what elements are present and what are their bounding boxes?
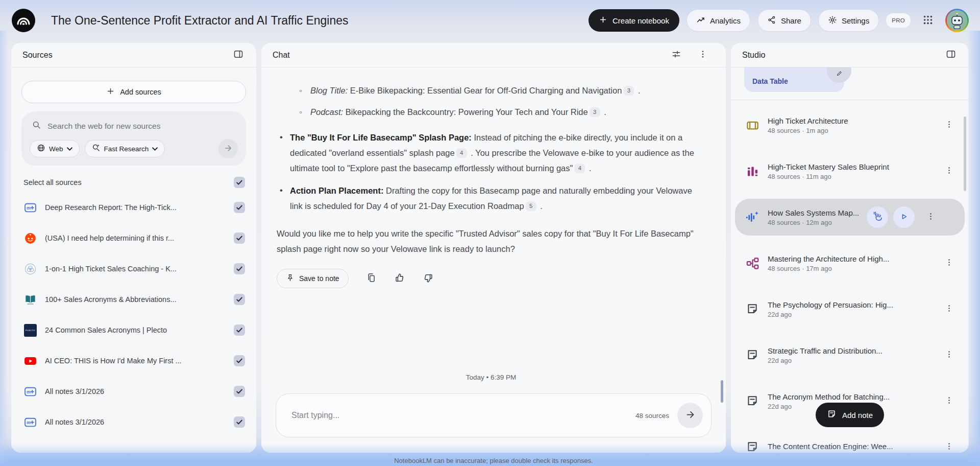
studio-row-menu-button[interactable] [941,115,957,135]
studio-row[interactable]: High Ticket Architecture 48 sources · 1m… [735,102,965,148]
web-favicon-book-icon [23,293,37,306]
note-doc-icon [745,394,760,408]
source-row[interactable]: 1-on-1 High Ticket Sales Coaching - K... [11,253,256,284]
note-doc-icon [745,440,760,453]
source-checkbox[interactable] [234,263,245,274]
user-avatar[interactable] [945,9,969,32]
studio-panel-header: Studio [731,43,969,67]
note-icon: m [23,201,37,214]
citation-chip[interactable]: 4 [574,164,585,173]
apps-grid-button[interactable] [918,10,938,31]
studio-row-menu-button[interactable] [941,437,957,453]
notebook-title[interactable]: The One-Sentence Profit Extractor and AI… [44,14,580,28]
citation-chip[interactable]: 5 [526,201,536,211]
studio-row[interactable]: Strategic Traffic and Distribution... 22… [735,332,965,378]
source-checkbox[interactable] [234,324,245,336]
studio-row-menu-button[interactable] [941,253,957,273]
settings-button[interactable]: Settings [818,9,879,32]
source-checkbox[interactable] [234,386,245,397]
source-row[interactable]: m All notes 3/1/2026 [11,407,256,437]
create-notebook-button[interactable]: Create notebook [589,9,679,32]
copy-button[interactable] [366,272,377,285]
globe-icon [37,144,45,154]
source-row[interactable]: (USA) I need help determining if this r.… [11,223,256,253]
source-title: AI CEO: THIS is How I'd Make My First ..… [45,357,226,365]
gear-icon [828,15,837,26]
citation-chip[interactable]: 3 [590,107,600,117]
kebab-menu-icon [926,212,935,222]
studio-scrollbar-thumb[interactable] [964,116,966,191]
kebab-menu-icon [945,304,953,314]
studio-row-menu-button[interactable] [941,391,957,411]
source-row[interactable]: PLECTO 24 Common Sales Acronyms | Plecto [11,315,256,345]
source-row[interactable]: 100+ Sales Acronyms & Abbreviations... [11,284,256,315]
studio-row[interactable]: Mastering the Architecture of High... 48… [735,240,965,286]
send-button[interactable] [677,403,703,428]
chat-settings-button[interactable] [668,46,685,64]
left-edge-glow [0,31,8,466]
citation-chip[interactable]: 4 [456,148,467,158]
save-to-note-button[interactable]: Save to note [277,269,349,288]
source-checkbox[interactable] [234,294,245,305]
citation-chip[interactable]: 3 [623,86,634,96]
studio-item-meta: 48 sources · 11m ago [768,173,933,180]
source-checkbox[interactable] [234,202,245,213]
create-notebook-label: Create notebook [612,16,669,25]
chat-more-button[interactable] [694,46,712,64]
copy-icon [366,272,377,285]
settings-label: Settings [842,16,869,25]
search-submit-button[interactable] [218,139,238,158]
studio-row[interactable]: High-Ticket Mastery Sales Blueprint 48 s… [735,148,965,194]
chat-bullet: The "Buy It For Life Basecamp" Splash Pa… [277,130,705,176]
studio-row-menu-button[interactable] [941,161,957,181]
thumbs-up-button[interactable] [394,272,405,285]
studio-row-menu-button[interactable] [941,299,957,319]
source-checkbox[interactable] [234,232,245,244]
svg-text:m: m [27,205,31,210]
studio-row[interactable]: The Content Creation Engine: Wee... [735,424,965,453]
research-mode-label: Fast Research [104,145,149,153]
add-sources-button[interactable]: Add sources [21,81,246,103]
thumbs-down-button[interactable] [423,272,434,285]
source-checkbox[interactable] [234,355,245,366]
expand-studio-button[interactable] [942,46,960,64]
share-button[interactable]: Share [757,9,811,32]
studio-row-menu-button[interactable] [941,345,957,365]
chat-input-field[interactable] [291,411,635,420]
analytics-button[interactable]: Analytics [687,9,750,32]
chat-timestamp: Today • 6:39 PM [277,370,705,393]
plus-icon [599,15,607,26]
grid-dots-icon [922,14,934,27]
interactive-mode-button[interactable] [867,206,888,228]
research-mode-dropdown[interactable]: Fast Research [85,140,165,157]
studio-row-selected[interactable]: How Sales Systems Map... 48 sources · 12… [735,199,965,236]
notebooklm-logo-icon[interactable] [11,8,36,33]
chart-icon [745,164,760,178]
studio-row[interactable]: The Psychology of Persuasion: Hig... 22d… [735,286,965,332]
studio-item-title: The Content Creation Engine: Wee... [768,442,933,451]
note-add-icon [827,409,837,421]
chat-sub-bullet: Podcast: Bikepacking the Backcountry: Po… [277,104,705,120]
source-title: (USA) I need help determining if this r.… [45,234,226,242]
kebab-menu-icon [945,166,953,176]
chat-scrollbar-thumb[interactable] [721,380,723,403]
trending-up-icon [696,15,705,26]
studio-item-title: High-Ticket Mastery Sales Blueprint [768,162,933,171]
source-row[interactable]: m All notes 3/1/2026 [11,376,256,407]
play-button[interactable] [893,206,915,228]
add-note-button[interactable]: Add note [816,403,884,427]
studio-item-title: The Psychology of Persuasion: Hig... [768,300,933,309]
studio-row-menu-button[interactable] [923,207,938,227]
web-filter-label: Web [49,145,63,153]
note-icon: m [23,385,37,398]
svg-text:PLECTO: PLECTO [25,329,35,332]
web-search-input[interactable] [47,122,236,131]
source-row[interactable]: AI CEO: THIS is How I'd Make My First ..… [11,345,256,376]
collapse-sources-button[interactable] [230,46,247,64]
source-checkbox[interactable] [234,416,245,428]
source-row[interactable]: m Deep Research Report: The High-Tick... [11,192,256,223]
chevron-down-icon [152,145,158,153]
share-icon [767,15,776,26]
web-filter-dropdown[interactable]: Web [30,140,80,157]
select-all-checkbox[interactable] [234,177,245,188]
